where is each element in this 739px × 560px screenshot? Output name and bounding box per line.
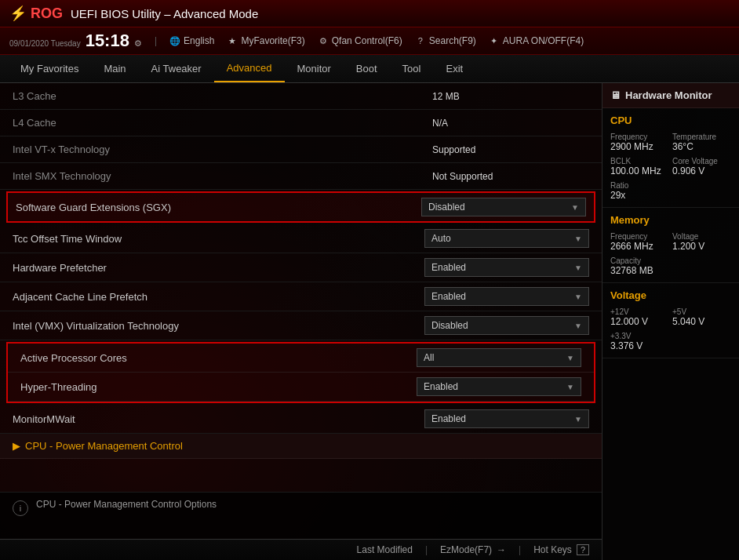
vmx-arrow: ▼ <box>574 322 582 330</box>
adj-cache-value: Enabled <box>431 291 466 302</box>
nav-my-favorites[interactable]: My Favorites <box>8 55 91 82</box>
cpu-bclk-label: BCLK <box>610 157 669 165</box>
nav-ai-tweaker[interactable]: Ai Tweaker <box>139 55 214 82</box>
tcc-dropdown[interactable]: Auto ▼ <box>424 229 589 248</box>
aura-button[interactable]: ✦ AURA ON/OFF(F4) <box>489 35 584 46</box>
cpu-ratio-value: 29x <box>610 190 669 201</box>
hw-memory-grid: Frequency 2666 MHz Voltage 1.200 V Capac… <box>610 232 731 276</box>
volt-5v-label: +5V <box>672 307 731 316</box>
info-bar: 09/01/2020 Tuesday 15:18 ⚙ | 🌐 English ★… <box>0 27 739 55</box>
setting-proc-cores[interactable]: Active Processor Cores All ▼ <box>8 344 594 373</box>
setting-vtx: Intel VT-x Technology Supported <box>0 136 602 163</box>
setting-sgx[interactable]: Software Guard Extensions (SGX) Disabled… <box>6 191 595 223</box>
search-label: Search(F9) <box>429 35 476 46</box>
hw-prefetch-arrow: ▼ <box>574 264 582 272</box>
mem-voltage-label: Voltage <box>672 232 731 241</box>
hyperthreading-label: Hyper-Threading <box>20 381 417 393</box>
search-button[interactable]: ? Search(F9) <box>415 35 476 46</box>
monitor-mwait-dropdown[interactable]: Enabled ▼ <box>424 409 589 428</box>
cpu-core-voltage-item: Core Voltage 0.906 V <box>672 157 731 176</box>
cpu-ratio-item: Ratio 29x <box>610 181 669 201</box>
group-expand-arrow: ▶ <box>13 440 20 452</box>
mem-voltage-value: 1.200 V <box>672 241 731 252</box>
setting-l3-cache: L3 Cache 12 MB <box>0 83 602 110</box>
proc-cores-value: All <box>424 352 434 363</box>
monitor-mwait-dropdown-container: Enabled ▼ <box>424 409 589 428</box>
sgx-dropdown[interactable]: Disabled ▼ <box>421 198 586 216</box>
highlighted-group: Active Processor Cores All ▼ Hyper-Threa… <box>6 342 595 403</box>
bottom-bar: Last Modified | EzMode(F7) → | Hot Keys … <box>0 539 602 560</box>
smx-value: Not Supported <box>432 171 589 182</box>
cpu-temperature-label: Temperature <box>672 133 731 141</box>
adj-cache-dropdown-container: Enabled ▼ <box>424 287 589 306</box>
vmx-dropdown[interactable]: Disabled ▼ <box>424 316 589 335</box>
globe-icon: 🌐 <box>169 35 180 46</box>
qfan-button[interactable]: ⚙ Qfan Control(F6) <box>318 35 402 46</box>
monitor-mwait-label: MonitorMWait <box>13 413 424 425</box>
aura-label: AURA ON/OFF(F4) <box>503 35 584 46</box>
setting-tcc[interactable]: Tcc Offset Time Window Auto ▼ <box>0 224 602 253</box>
hyperthreading-dropdown[interactable]: Enabled ▼ <box>417 377 581 396</box>
volt-12v-value: 12.000 V <box>610 316 669 327</box>
proc-cores-dropdown[interactable]: All ▼ <box>417 348 581 367</box>
volt-33v-item: +3.3V 3.376 V <box>610 332 669 351</box>
app-title: UEFI BIOS Utility – Advanced Mode <box>71 7 258 20</box>
mem-capacity-item: Capacity 32768 MB <box>610 256 731 276</box>
bottom-sep-1: | <box>425 544 428 555</box>
nav-bar: My Favorites Main Ai Tweaker Advanced Mo… <box>0 55 739 83</box>
hot-keys-icon: ? <box>577 544 589 555</box>
setting-vmx[interactable]: Intel (VMX) Virtualization Technology Di… <box>0 311 602 340</box>
left-panel: L3 Cache 12 MB L4 Cache N/A Intel VT-x T… <box>0 83 602 560</box>
myfavorite-button[interactable]: ★ MyFavorite(F3) <box>227 35 304 46</box>
nav-monitor[interactable]: Monitor <box>285 55 344 82</box>
nav-advanced[interactable]: Advanced <box>214 55 285 82</box>
qfan-label: Qfan Control(F6) <box>332 35 402 46</box>
hw-memory-title: Memory <box>610 214 731 226</box>
setting-hyperthreading[interactable]: Hyper-Threading Enabled ▼ <box>8 373 594 402</box>
vmx-dropdown-container: Disabled ▼ <box>424 316 589 335</box>
info-text: CPU - Power Management Control Options <box>36 499 217 510</box>
date-display: 09/01/2020 Tuesday <box>9 39 81 48</box>
l4-cache-value: N/A <box>432 118 589 129</box>
cpu-frequency-label: Frequency <box>610 133 669 141</box>
volt-12v-item: +12V 12.000 V <box>610 307 669 327</box>
adj-cache-dropdown[interactable]: Enabled ▼ <box>424 287 589 306</box>
monitor-mwait-value: Enabled <box>431 413 466 424</box>
language-selector[interactable]: 🌐 English <box>169 35 214 46</box>
adj-cache-label: Adjacent Cache Line Prefetch <box>13 291 424 303</box>
title-bar: ⚡ ROG UEFI BIOS Utility – Advanced Mode <box>0 0 739 27</box>
language-label: English <box>184 35 214 46</box>
aura-icon: ✦ <box>489 35 500 46</box>
setting-adj-cache[interactable]: Adjacent Cache Line Prefetch Enabled ▼ <box>0 282 602 311</box>
setting-hw-prefetch[interactable]: Hardware Prefetcher Enabled ▼ <box>0 253 602 282</box>
cpu-power-mgmt-header[interactable]: ▶ CPU - Power Management Control <box>0 434 602 459</box>
cpu-temperature-value: 36°C <box>672 141 731 152</box>
cpu-core-voltage-value: 0.906 V <box>672 165 731 176</box>
setting-smx: Intel SMX Technology Not Supported <box>0 163 602 190</box>
nav-boot[interactable]: Boot <box>344 55 390 82</box>
search-icon: ? <box>415 35 426 46</box>
proc-cores-label: Active Processor Cores <box>20 352 417 364</box>
ez-mode-arrow: → <box>497 544 506 555</box>
hw-voltage-section: Voltage +12V 12.000 V +5V 5.040 V +3.3V … <box>602 283 739 358</box>
l4-cache-label: L4 Cache <box>13 117 432 129</box>
ez-mode-button[interactable]: EzMode(F7) → <box>440 544 506 555</box>
hw-prefetch-label: Hardware Prefetcher <box>13 262 424 274</box>
ez-mode-label: EzMode(F7) <box>440 544 492 555</box>
settings-icon[interactable]: ⚙ <box>134 38 142 49</box>
nav-main[interactable]: Main <box>91 55 138 82</box>
last-modified-button[interactable]: Last Modified <box>357 544 413 555</box>
monitor-icon: 🖥 <box>610 89 621 101</box>
main-area: L3 Cache 12 MB L4 Cache N/A Intel VT-x T… <box>0 83 739 560</box>
nav-tool[interactable]: Tool <box>390 55 434 82</box>
hw-prefetch-dropdown-container: Enabled ▼ <box>424 258 589 277</box>
hot-keys-button[interactable]: Hot Keys ? <box>533 544 589 555</box>
vmx-value: Disabled <box>431 320 468 331</box>
hw-prefetch-dropdown[interactable]: Enabled ▼ <box>424 258 589 277</box>
mem-capacity-label: Capacity <box>610 256 731 265</box>
hyperthreading-value: Enabled <box>424 381 458 392</box>
tcc-dropdown-arrow: ▼ <box>574 235 582 243</box>
nav-exit[interactable]: Exit <box>433 55 475 82</box>
cpu-frequency-item: Frequency 2900 MHz <box>610 133 669 152</box>
setting-monitor-mwait[interactable]: MonitorMWait Enabled ▼ <box>0 405 602 434</box>
